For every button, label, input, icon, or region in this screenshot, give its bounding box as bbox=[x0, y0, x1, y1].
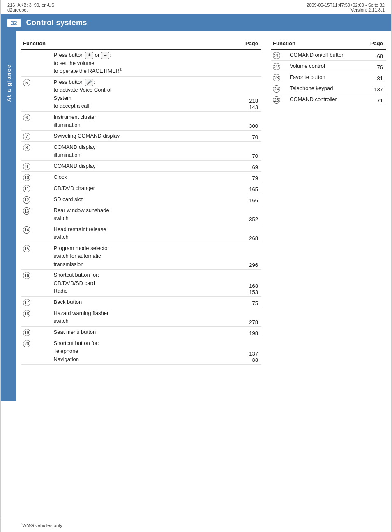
row-func: COMAND controller bbox=[288, 94, 364, 105]
side-tab: At a glance bbox=[1, 31, 16, 401]
table-row: 11 CD/DVD changer 165 bbox=[21, 183, 261, 194]
row-func: Volume control bbox=[288, 61, 364, 72]
row-page bbox=[220, 49, 261, 76]
row-func: Program mode selectorswitch for automati… bbox=[52, 243, 220, 270]
row-func: SD card slot bbox=[52, 194, 220, 205]
row-page: 75 bbox=[220, 296, 261, 308]
main-content: At a glance Function Page bbox=[1, 31, 391, 401]
row-page: 352 bbox=[220, 205, 261, 224]
row-page: 79 bbox=[220, 171, 261, 183]
row-num: 8 bbox=[21, 141, 52, 160]
table-row: Press button + or −: to set the volume t… bbox=[21, 49, 261, 76]
row-func: Back button bbox=[52, 296, 220, 308]
row-page: 76 bbox=[364, 61, 386, 72]
table-row: 9 COMAND display 69 bbox=[21, 160, 261, 171]
table-row: 20 Shortcut button for:TelephoneNavigati… bbox=[21, 338, 261, 365]
row-num: 11 bbox=[21, 183, 52, 194]
plus-button-icon: + bbox=[85, 52, 93, 59]
row-num: 17 bbox=[21, 296, 52, 308]
row-func: Clock bbox=[52, 171, 220, 183]
row-page: 70 bbox=[220, 141, 261, 160]
table-row: 21 COMAND on/off button 68 bbox=[271, 49, 386, 61]
row-num: 25 bbox=[271, 94, 288, 105]
row-func: Press button 🎤: to activate Voice Contro… bbox=[52, 76, 220, 111]
row-num: 5 bbox=[21, 76, 52, 111]
table-row: 6 Instrument clusterillumination 300 bbox=[21, 111, 261, 130]
side-tab-label: At a glance bbox=[6, 64, 12, 102]
row-func: Instrument clusterillumination bbox=[52, 111, 220, 130]
row-func: Rear window sunshadeswitch bbox=[52, 205, 220, 224]
row-func: Seat menu button bbox=[52, 326, 220, 338]
table-row: 10 Clock 79 bbox=[21, 171, 261, 183]
row-num: 16 bbox=[21, 270, 52, 297]
table-row: 24 Telephone keypad 137 bbox=[271, 83, 386, 94]
row-func: Favorite button bbox=[288, 72, 364, 83]
row-func: Press button + or −: to set the volume t… bbox=[52, 49, 220, 76]
row-num: 10 bbox=[21, 171, 52, 183]
row-page: 165 bbox=[220, 183, 261, 194]
table-row: 17 Back button 75 bbox=[21, 296, 261, 308]
row-num: 6 bbox=[21, 111, 52, 130]
row-num: 23 bbox=[271, 72, 288, 83]
row-page: 168153 bbox=[220, 270, 261, 297]
row-func: Head restraint releaseswitch bbox=[52, 224, 220, 243]
table-row: 15 Program mode selectorswitch for autom… bbox=[21, 243, 261, 270]
table-row: 18 Hazard warning flasherswitch 278 bbox=[21, 308, 261, 326]
row-num: 7 bbox=[21, 130, 52, 141]
right-function-col-header: Function bbox=[271, 39, 364, 49]
footer: 2AMG vehicles only bbox=[1, 518, 391, 532]
row-num: 13 bbox=[21, 205, 52, 224]
row-page: 278 bbox=[220, 308, 261, 326]
row-num: 21 bbox=[271, 49, 288, 61]
row-num: 9 bbox=[21, 160, 52, 171]
page-number: 32 bbox=[7, 19, 21, 27]
row-page: 268 bbox=[220, 224, 261, 243]
row-page: 166 bbox=[220, 194, 261, 205]
left-table-header: Function Page bbox=[21, 39, 261, 49]
voice-button-icon: 🎤 bbox=[85, 79, 93, 86]
row-num: 18 bbox=[21, 308, 52, 326]
right-table: Function Page 21 COMAND on/off button 68 bbox=[271, 39, 386, 105]
row-page: 218143 bbox=[220, 76, 261, 111]
table-row: 22 Volume control 76 bbox=[271, 61, 386, 72]
row-num: 20 bbox=[21, 338, 52, 365]
right-table-header: Function Page bbox=[271, 39, 386, 49]
page-header: 32 Control systems bbox=[1, 14, 391, 31]
table-row: 23 Favorite button 81 bbox=[271, 72, 386, 83]
table-row: 16 Shortcut button for:CD/DVD/SD cardRad… bbox=[21, 270, 261, 297]
row-num: 22 bbox=[271, 61, 288, 72]
row-func: Shortcut button for:TelephoneNavigation bbox=[52, 338, 220, 365]
table-row: 8 COMAND displayillumination 70 bbox=[21, 141, 261, 160]
table-row: 14 Head restraint releaseswitch 268 bbox=[21, 224, 261, 243]
table-row: 13 Rear window sunshadeswitch 352 bbox=[21, 205, 261, 224]
meta-left: 216_AKB; 3; 90, en-US d2ureepe, bbox=[7, 2, 54, 12]
left-function-col-header: Function bbox=[21, 39, 220, 49]
right-page-col-header: Page bbox=[364, 39, 386, 49]
row-func: Hazard warning flasherswitch bbox=[52, 308, 220, 326]
row-func: CD/DVD changer bbox=[52, 183, 220, 194]
row-num bbox=[21, 49, 52, 76]
footnote-text: AMG vehicles only bbox=[23, 523, 62, 528]
table-row: 25 COMAND controller 71 bbox=[271, 94, 386, 105]
row-num: 24 bbox=[271, 83, 288, 94]
row-page: 69 bbox=[220, 160, 261, 171]
minus-button-icon: − bbox=[101, 52, 109, 59]
table-row: 19 Seat menu button 198 bbox=[21, 326, 261, 338]
row-page: 71 bbox=[364, 94, 386, 105]
row-page: 300 bbox=[220, 111, 261, 130]
row-func: COMAND on/off button bbox=[288, 49, 364, 61]
left-table: Function Page Press button + or −: to se… bbox=[21, 39, 261, 365]
row-num: 12 bbox=[21, 194, 52, 205]
row-page: 81 bbox=[364, 72, 386, 83]
row-page: 70 bbox=[220, 130, 261, 141]
left-page-col-header: Page bbox=[220, 39, 261, 49]
table-row: 5 Press button 🎤: to activate Voice Cont… bbox=[21, 76, 261, 111]
tables-area: Function Page Press button + or −: to se… bbox=[16, 31, 391, 401]
row-page: 296 bbox=[220, 243, 261, 270]
table-row: 12 SD card slot 166 bbox=[21, 194, 261, 205]
row-page: 13788 bbox=[220, 338, 261, 365]
row-page: 137 bbox=[364, 83, 386, 94]
row-func: Shortcut button for:CD/DVD/SD cardRadio bbox=[52, 270, 220, 297]
meta-right: 2009-05-15T11:47:50+02:00 - Seite 32 Ver… bbox=[307, 2, 385, 12]
row-page: 68 bbox=[364, 49, 386, 61]
